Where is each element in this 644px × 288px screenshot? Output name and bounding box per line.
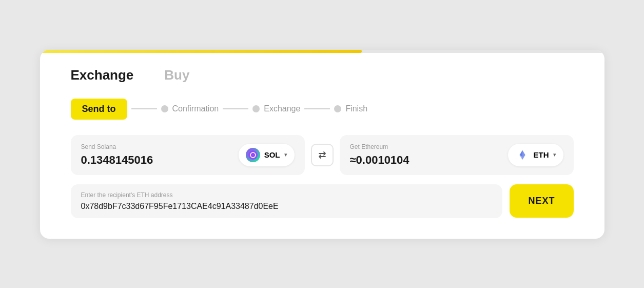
get-value: ≈0.0010104 xyxy=(350,153,409,167)
get-box: Get Ethereum ≈0.0010104 ETH ▾ xyxy=(340,135,574,175)
send-box: Send Solana 0.1348145016 xyxy=(71,135,305,175)
step-dot-confirmation xyxy=(161,105,168,112)
step-dot-exchange xyxy=(252,105,260,112)
step-exchange: Exchange xyxy=(252,104,300,113)
send-value: 0.1348145016 xyxy=(81,153,153,167)
get-label: Get Ethereum xyxy=(350,143,409,150)
sol-currency-name: SOL xyxy=(264,150,280,159)
tab-bar: Exchange Buy xyxy=(40,53,604,88)
address-input[interactable] xyxy=(81,202,493,211)
main-card: Exchange Buy Send to Confirmation Exchan… xyxy=(40,50,604,239)
send-label: Send Solana xyxy=(81,143,153,150)
get-box-left: Get Ethereum ≈0.0010104 xyxy=(350,143,409,167)
eth-currency-selector[interactable]: ETH ▾ xyxy=(508,144,563,166)
eth-icon xyxy=(515,148,530,162)
step-finish-label: Finish xyxy=(345,104,367,113)
step-exchange-label: Exchange xyxy=(264,104,300,113)
step-confirmation-label: Confirmation xyxy=(172,104,219,113)
step-line-2 xyxy=(223,108,248,109)
swap-button[interactable] xyxy=(311,144,334,166)
tab-exchange[interactable]: Exchange xyxy=(71,67,134,83)
send-box-left: Send Solana 0.1348145016 xyxy=(81,143,153,167)
sol-icon xyxy=(246,148,260,162)
step-line-3 xyxy=(304,108,330,109)
next-button[interactable]: NEXT xyxy=(510,184,573,218)
exchange-row: Send Solana 0.1348145016 xyxy=(71,135,574,175)
eth-chevron-icon: ▾ xyxy=(553,151,556,158)
eth-currency-name: ETH xyxy=(534,150,549,159)
address-box: Enter the recipient's ETH address xyxy=(71,184,503,218)
step-send-to: Send to xyxy=(71,99,127,120)
main-content: Send to Confirmation Exchange Finish xyxy=(40,88,604,218)
stepper: Send to Confirmation Exchange Finish xyxy=(71,99,574,120)
sol-currency-selector[interactable]: SOL ▾ xyxy=(239,144,295,166)
tab-buy[interactable]: Buy xyxy=(164,67,189,83)
address-label: Enter the recipient's ETH address xyxy=(81,191,493,199)
svg-marker-5 xyxy=(522,150,525,157)
step-line-1 xyxy=(131,108,157,109)
step-confirmation: Confirmation xyxy=(161,104,219,113)
step-dot-finish xyxy=(334,105,341,112)
svg-point-0 xyxy=(248,150,258,160)
step-finish: Finish xyxy=(334,104,367,113)
address-row: Enter the recipient's ETH address NEXT xyxy=(71,184,574,218)
progress-bar-fill xyxy=(40,50,362,53)
sol-chevron-icon: ▾ xyxy=(284,151,287,158)
